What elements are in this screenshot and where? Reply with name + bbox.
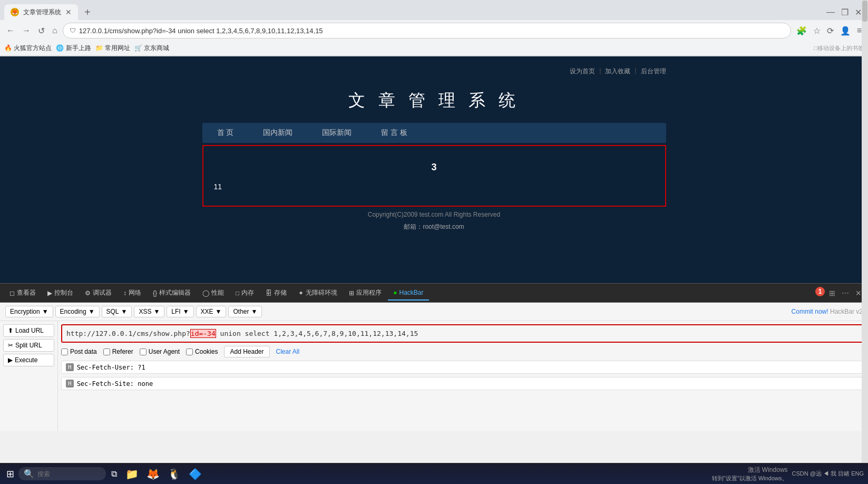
devtools-tab-accessibility[interactable]: ✦ 无障碍环境 xyxy=(293,285,343,301)
hackbar-body: ⬆ Load URL ✂ Split URL ▶ Execute http://… xyxy=(0,321,868,431)
nav-international-news[interactable]: 国际新闻 xyxy=(307,123,366,143)
devtools-tab-debugger[interactable]: ⚙ 调试器 xyxy=(80,285,117,301)
devtools-tab-inspector[interactable]: ◻ 查看器 xyxy=(4,285,41,301)
taskbar-app-firefox[interactable]: 🦊 xyxy=(143,464,162,483)
start-button[interactable]: ⊞ xyxy=(4,466,16,482)
devtools-tabs: ◻ 查看器 ▶ 控制台 ⚙ 调试器 ↕ 网络 {} 样式编辑器 ◯ 性能 □ 内… xyxy=(0,284,868,303)
storage-icon: 🗄 xyxy=(266,289,272,297)
header-row: H Sec-Fetch-User: ?1 xyxy=(61,361,865,374)
nav-icons: 🧩 ☆ ⟳ 👤 ≡ xyxy=(794,24,864,38)
devtools-tab-memory[interactable]: □ 内存 xyxy=(230,285,259,301)
header-value-2: Sec-Fetch-Site: none xyxy=(77,380,153,388)
commit-now-button[interactable]: Commit now! HackBar v2 xyxy=(792,308,863,315)
taskbar-right: 激活 Windows 转到"设置"以激活 Windows。 CSDN @远 ◀ … xyxy=(712,466,864,482)
nav-domestic-news[interactable]: 国内新闻 xyxy=(248,123,307,143)
hackbar-options: Post data Referer User Agent Cookies A xyxy=(61,346,865,357)
devtools-undock-button[interactable]: ⊞ xyxy=(827,287,837,299)
add-bookmark-link[interactable]: 加入收藏 xyxy=(605,67,630,76)
bookmark-item[interactable]: 🔥 火狐官方站点 xyxy=(4,44,52,53)
other-dropdown[interactable]: Other ▼ xyxy=(228,306,262,317)
style-editor-icon: {} xyxy=(153,289,157,297)
xxe-dropdown[interactable]: XXE ▼ xyxy=(196,306,227,317)
devtools-tab-performance[interactable]: ◯ 性能 xyxy=(197,285,229,301)
taskbar-app-explorer[interactable]: 📁 xyxy=(122,464,141,483)
bookmark-item[interactable]: 🌐 新手上路 xyxy=(56,44,91,53)
taskbar-search: 🔍 xyxy=(18,467,106,480)
add-header-button[interactable]: Add Header xyxy=(224,346,269,357)
inspector-icon: ◻ xyxy=(9,289,15,297)
forward-button[interactable]: → xyxy=(20,24,33,37)
hackbar-dot-icon: ● xyxy=(393,289,397,296)
site-header: 设为首页 | 加入收藏 | 后台管理 xyxy=(202,62,666,81)
user-agent-checkbox[interactable]: User Agent xyxy=(140,348,180,355)
taskbar-app-settings[interactable]: 🐧 xyxy=(164,464,183,483)
devtools-tab-style-editor[interactable]: {} 样式编辑器 xyxy=(148,285,196,301)
restore-button[interactable]: ❐ xyxy=(839,5,851,20)
nav-home[interactable]: 首 页 xyxy=(202,123,249,143)
lfi-dropdown[interactable]: LFI ▼ xyxy=(167,306,193,317)
split-url-button[interactable]: ✂ Split URL xyxy=(3,339,54,352)
encryption-dropdown[interactable]: Encryption ▼ xyxy=(5,306,53,317)
website-wrapper: 设为首页 | 加入收藏 | 后台管理 文 章 管 理 系 统 首 页 国内新闻 … xyxy=(197,56,671,239)
url-highlighted-id: id=-34 xyxy=(190,329,216,338)
hackbar-panel: Encryption ▼ Encoding ▼ SQL ▼ XSS ▼ LFI … xyxy=(0,303,868,431)
extensions-button[interactable]: 🧩 xyxy=(794,24,809,38)
nav-guestbook[interactable]: 留 言 板 xyxy=(366,123,422,143)
set-homepage-link[interactable]: 设为首页 xyxy=(570,67,595,76)
tab-favicon: 🦊 xyxy=(11,8,19,16)
execute-button[interactable]: ▶ Execute xyxy=(3,354,54,366)
browser-chrome: 🦊 文章管理系统 ✕ + — ❐ ✕ ← → ↺ ⌂ 🛡 🧩 ☆ ⟳ 👤 ≡ 🔥… xyxy=(0,0,868,56)
execute-icon: ▶ xyxy=(8,356,13,364)
site-email: 邮箱：root@test.com xyxy=(202,220,666,234)
minimize-button[interactable]: — xyxy=(824,5,837,19)
nav-bar: ← → ↺ ⌂ 🛡 🧩 ☆ ⟳ 👤 ≡ xyxy=(0,20,868,41)
error-badge: 1 xyxy=(815,287,825,296)
performance-icon: ◯ xyxy=(202,289,209,297)
sql-dropdown[interactable]: SQL ▼ xyxy=(102,306,132,317)
browser-content: 设为首页 | 加入收藏 | 后台管理 文 章 管 理 系 统 首 页 国内新闻 … xyxy=(0,56,868,283)
star-button[interactable]: ☆ xyxy=(811,24,823,38)
new-tab-button[interactable]: + xyxy=(80,6,95,18)
scrollbar[interactable] xyxy=(862,321,868,431)
devtools-tab-storage[interactable]: 🗄 存储 xyxy=(260,285,292,301)
devtools-overflow-button[interactable]: ⋯ xyxy=(840,287,851,299)
site-footer: Copyright(C)2009 test.com All Rights Res… xyxy=(202,207,666,220)
taskbar-search-input[interactable] xyxy=(37,470,101,478)
xss-dropdown[interactable]: XSS ▼ xyxy=(134,306,164,317)
system-tray-text: CSDN @远 ◀ 我 目睹 ENG xyxy=(792,470,864,478)
activate-title: 激活 Windows xyxy=(712,466,788,475)
reload-button[interactable]: ↺ xyxy=(36,24,47,38)
hackbar-url-box: http://127.0.0.1/cms/show.php?id=-34 uni… xyxy=(61,324,865,343)
tab-bar: 🦊 文章管理系统 ✕ + — ❐ ✕ xyxy=(0,0,868,20)
sync-button[interactable]: ⟳ xyxy=(825,24,836,38)
devtools-tab-hackbar[interactable]: ● HackBar xyxy=(388,286,428,301)
browser-tab[interactable]: 🦊 文章管理系统 ✕ xyxy=(4,4,78,20)
encoding-dropdown[interactable]: Encoding ▼ xyxy=(55,306,100,317)
clear-all-button[interactable]: Clear All xyxy=(276,348,300,355)
post-data-checkbox[interactable]: Post data xyxy=(61,348,97,355)
hackbar-main: http://127.0.0.1/cms/show.php?id=-34 uni… xyxy=(58,321,868,431)
task-view-button[interactable]: ⧉ xyxy=(108,467,120,481)
url-input[interactable] xyxy=(79,27,784,35)
profile-button[interactable]: 👤 xyxy=(838,24,853,38)
cookies-checkbox[interactable]: Cookies xyxy=(186,348,218,355)
load-url-button[interactable]: ⬆ Load URL xyxy=(3,324,54,337)
chevron-down-icon: ▼ xyxy=(153,308,160,315)
content-area: 3 11 xyxy=(202,145,666,207)
url-display: http://127.0.0.1/cms/show.php?id=-34 uni… xyxy=(64,327,862,340)
devtools-tab-console[interactable]: ▶ 控制台 xyxy=(42,285,79,301)
devtools-tab-network[interactable]: ↕ 网络 xyxy=(118,285,147,301)
admin-link[interactable]: 后台管理 xyxy=(641,67,666,76)
tab-close-button[interactable]: ✕ xyxy=(65,8,72,16)
taskbar-app-other[interactable]: 🔷 xyxy=(186,464,204,483)
home-button[interactable]: ⌂ xyxy=(50,24,60,37)
devtools-tab-application[interactable]: ⊞ 应用程序 xyxy=(344,285,387,301)
bookmark-item[interactable]: 📁 常用网址 xyxy=(95,44,130,53)
chevron-down-icon: ▼ xyxy=(251,308,258,315)
mobile-bookmarks[interactable]: □移动设备上的书签 xyxy=(814,44,864,52)
bookmark-item[interactable]: 🛒 京东商城 xyxy=(134,44,169,53)
referer-checkbox[interactable]: Referer xyxy=(103,348,133,355)
content-number-3: 3 xyxy=(214,157,655,178)
back-button[interactable]: ← xyxy=(4,24,17,37)
chevron-down-icon: ▼ xyxy=(183,308,189,315)
